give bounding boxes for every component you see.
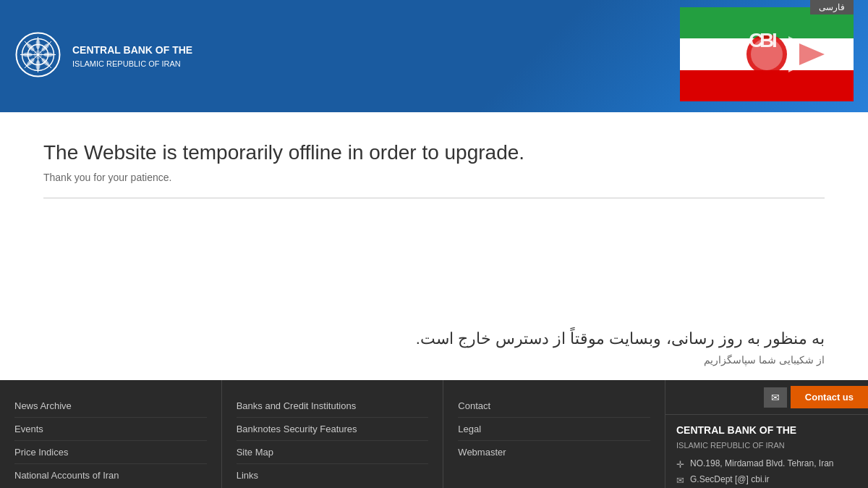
location-icon: ✛: [676, 459, 684, 470]
svg-text:I: I: [772, 29, 778, 51]
header-left: CENTRAL BANK OF THE ISLAMIC REPUBLIC OF …: [14, 31, 192, 81]
header-title: CENTRAL BANK OF THE ISLAMIC REPUBLIC OF …: [72, 43, 192, 70]
envelope-icon: ✉: [764, 387, 787, 408]
farsi-button[interactable]: فارسی: [810, 0, 854, 14]
header: CENTRAL BANK OF THE ISLAMIC REPUBLIC OF …: [0, 0, 868, 112]
header-right: فارسی C B I: [651, 0, 854, 112]
footer-link-legal[interactable]: Legal: [458, 418, 650, 441]
footer-link-banks[interactable]: Banks and Credit Institutions: [237, 395, 429, 418]
footer-col-3: Contact Legal Webmaster: [443, 380, 665, 488]
footer-link-price-indices[interactable]: Price Indices: [14, 441, 207, 464]
email-icon: ✉: [676, 475, 684, 486]
footer-link-links[interactable]: Links: [237, 464, 429, 487]
footer-link-webmaster[interactable]: Webmaster: [458, 441, 650, 463]
footer-right: ✉ Contact us CENTRAL BANK OF THE ISLAMIC…: [665, 380, 868, 488]
footer: News Archive Events Price Indices Nation…: [0, 380, 868, 488]
arabic-sub-text: از شکیبایی شما سپاسگزاریم: [43, 354, 825, 366]
svg-point-8: [36, 39, 41, 49]
svg-point-7: [34, 51, 43, 59]
svg-point-12: [36, 60, 41, 70]
contact-us-button[interactable]: Contact us: [791, 386, 868, 408]
footer-email: G.SecDept [@] cbi.ir: [690, 474, 770, 484]
offline-title: The Website is temporarily offline in or…: [43, 141, 825, 164]
bank-logo: [14, 31, 61, 81]
offline-subtitle: Thank you for your patience.: [43, 172, 825, 183]
arabic-text-block: به منظور به روز رسانی، وبسایت موقتاً از …: [0, 315, 868, 380]
footer-bank-name: CENTRAL BANK OF THE: [676, 424, 857, 438]
footer-address-line: ✛ NO.198, Mirdamad Blvd. Tehran, Iran: [676, 458, 857, 470]
flag-emblem: C B I: [680, 7, 854, 101]
svg-point-10: [43, 53, 54, 57]
arabic-main-text: به منظور به روز رسانی، وبسایت موقتاً از …: [43, 329, 825, 348]
footer-link-events[interactable]: Events: [14, 418, 207, 441]
footer-link-sitemap[interactable]: Site Map: [237, 441, 429, 464]
contact-us-row: ✉ Contact us: [665, 380, 868, 415]
footer-col-2: Banks and Credit Institutions Banknotes …: [222, 380, 444, 488]
footer-bank-info: CENTRAL BANK OF THE ISLAMIC REPUBLIC OF …: [665, 415, 868, 488]
footer-columns: News Archive Events Price Indices Nation…: [0, 380, 665, 488]
svg-rect-18: [680, 70, 854, 101]
footer-link-banknotes[interactable]: Banknotes Security Features: [237, 418, 429, 441]
footer-link-contact[interactable]: Contact: [458, 395, 650, 418]
main-content: The Website is temporarily offline in or…: [0, 112, 868, 315]
svg-point-14: [22, 53, 33, 57]
content-divider: [43, 198, 825, 198]
footer-bank-sub: ISLAMIC REPUBLIC OF IRAN: [676, 441, 857, 450]
footer-link-national-accounts[interactable]: National Accounts of Iran: [14, 464, 207, 487]
footer-col-1: News Archive Events Price Indices Nation…: [0, 380, 222, 488]
footer-email-line: ✉ G.SecDept [@] cbi.ir: [676, 474, 857, 486]
footer-link-news-archive[interactable]: News Archive: [14, 395, 207, 418]
footer-address: NO.198, Mirdamad Blvd. Tehran, Iran: [690, 458, 834, 468]
